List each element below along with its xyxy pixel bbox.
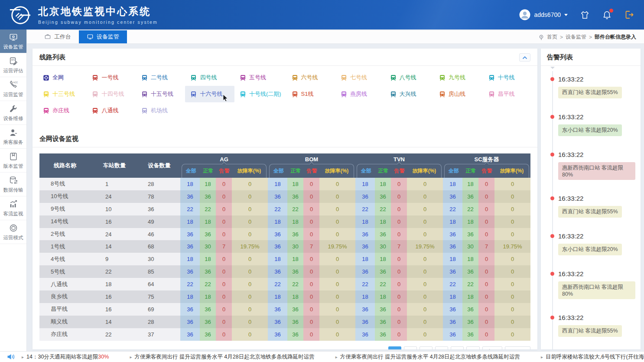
cell-line-name: 5号线 (39, 265, 91, 278)
train-icon (390, 75, 397, 81)
column-header-line-name: 线路名称 (39, 153, 91, 178)
theme-button[interactable] (580, 10, 590, 20)
user-menu[interactable]: adds6700 (519, 9, 568, 20)
line-item[interactable]: 十三号线 (38, 86, 87, 102)
cell-ag-all: 36 (180, 328, 200, 341)
sidebar-item-data-transfer[interactable]: 数据传输 (0, 173, 26, 196)
cell-line-name: 4号线 (39, 253, 91, 265)
breadcrumb-home[interactable]: 首页 (547, 33, 557, 41)
cell-tvn-fault-rate: 19.75% (407, 240, 443, 253)
cell-ag-fault-rate: 0 (232, 290, 268, 303)
collapse-button[interactable] (519, 53, 530, 62)
line-label: 七号线 (350, 74, 367, 82)
ticker-text: 目前呼家楼站客流较大,6号线下行(开往海淀五路居方向)在呼家楼站采取部分在呼家楼… (546, 353, 644, 361)
line-item[interactable]: 八通线 (87, 102, 136, 119)
group-subheader: 全部 正常 告警 故障率(%) (357, 164, 442, 178)
page-button[interactable]: 4 (435, 346, 448, 349)
alert-item[interactable]: 16:33:22 东小口站 客流超限20% (558, 232, 635, 255)
alert-dot-icon (550, 196, 554, 200)
cell-ag-all: 36 (180, 316, 200, 328)
page-button[interactable]: 末页 (482, 346, 502, 349)
cell-sc-all: 36 (443, 265, 462, 278)
cell-tvn-alarm: 7 (391, 240, 407, 253)
alert-item[interactable]: 16:33:22 西直门站 客流超限55% (558, 314, 635, 337)
sidebar-item-device-repair[interactable]: 设备维修 (0, 101, 26, 125)
line-label: 九号线 (449, 74, 465, 82)
page-button[interactable]: ... (466, 346, 480, 349)
cell-device-count: 49 (138, 215, 180, 228)
cell-sc-alarm: 0 (478, 265, 494, 278)
cell-ag-normal: 36 (200, 328, 216, 341)
line-item[interactable]: 昌平线 (483, 86, 532, 102)
line-list-title: 线路列表 (39, 53, 65, 62)
sidebar-item-operation-mode[interactable]: 运营模式 (0, 220, 26, 244)
line-item[interactable]: 十号线 (483, 69, 532, 86)
cell-tvn-all: 36 (355, 190, 375, 203)
page-button[interactable]: 5 (451, 346, 464, 349)
cell-ag-normal: 18 (200, 290, 216, 303)
tab-label: 工作台 (54, 33, 71, 41)
line-item[interactable]: 机场线 (136, 102, 185, 119)
sidebar-item-passenger-service[interactable]: 乘客服务 (0, 125, 26, 149)
cell-tvn-alarm: 0 (391, 328, 407, 341)
line-item[interactable]: 二号线 (136, 69, 185, 86)
breadcrumb-section[interactable]: 设备监管 (566, 33, 586, 41)
group-subheader: 全部 正常 告警 故障率(%) (182, 164, 267, 178)
line-item[interactable]: 四号线 (185, 69, 234, 86)
cell-sc-normal: 36 (462, 228, 478, 241)
alert-badge: 西直门站 客流超限55% (558, 87, 622, 98)
rings-icon (9, 223, 18, 233)
line-item[interactable]: 燕房线 (335, 86, 384, 102)
sidebar-item-operation-evaluation[interactable]: AFC 运营评估 (0, 53, 26, 77)
sidebar-item-passenger-flow-monitor[interactable]: 客流监视 (0, 196, 26, 220)
sidebar-item-version-supervision[interactable]: 版本监管 (0, 149, 26, 173)
device-monitor-header: 全网设备监视 (33, 130, 537, 147)
line-item[interactable]: S1线 (286, 86, 335, 102)
notifications-button[interactable] (602, 10, 612, 20)
page-button[interactable]: 2 (404, 346, 417, 349)
line-item[interactable]: 十六号线 (185, 86, 234, 102)
cell-tvn-fault-rate: 0 (407, 328, 443, 341)
alert-item[interactable]: 16:33:22 西直门站 客流超限55% (558, 195, 635, 218)
line-label: 十四号线 (101, 90, 124, 98)
alert-item[interactable]: 16:33:22 惠新西街南口站 客流超限80% (558, 151, 635, 180)
sidebar-item-device-monitor[interactable]: 设备监管 (0, 29, 26, 53)
line-item[interactable]: 十四号线 (87, 86, 136, 102)
line-item[interactable]: 五号线 (234, 69, 286, 86)
alert-item[interactable]: 16:33:22 惠新西街南口站 客流超限80% (558, 270, 635, 299)
device-table: 线路名称 车站数量 设备数量 AG 全部 正常 告警 故障率(%) BOM 全部 (39, 153, 530, 341)
line-item[interactable]: 一号线 (87, 69, 136, 86)
table-row: 9号线 10 36 22 22 0 0 22 22 0 0 22 22 0 0 … (39, 203, 530, 215)
subheader-normal: 正常 (200, 167, 216, 175)
tab-device-monitor[interactable]: 设备监管 (79, 30, 127, 43)
line-item[interactable]: 七号线 (335, 69, 384, 86)
tab-workbench[interactable]: 工作台 (36, 30, 79, 43)
page-button[interactable]: 下一页 (505, 346, 530, 349)
cell-device-count: 30 (138, 253, 180, 265)
cell-device-count: 68 (138, 240, 180, 253)
subheader-alarm: 告警 (479, 167, 495, 175)
line-item[interactable]: 房山线 (434, 86, 483, 102)
cell-station-count: 10 (91, 203, 138, 215)
alert-item[interactable]: 16:33:22 东小口站 客流超限20% (558, 113, 635, 136)
cell-ag-all: 36 (180, 303, 200, 316)
logout-button[interactable] (624, 10, 634, 20)
column-group-ag: AG 全部 正常 告警 故障率(%) (180, 153, 268, 178)
cell-tvn-normal: 36 (375, 316, 391, 328)
line-item[interactable]: 六号线 (286, 69, 335, 86)
line-item[interactable]: 十五号线 (136, 86, 185, 102)
cell-tvn-fault-rate: 0 (407, 228, 443, 241)
line-item[interactable]: 大兴线 (385, 86, 434, 102)
table-row: 昌平线 16 69 36 36 0 0 36 36 0 0 36 36 0 0 … (39, 303, 530, 316)
page-button[interactable]: 1 (388, 346, 401, 349)
line-item[interactable]: 十号线(二期) (234, 86, 286, 102)
page-button[interactable]: 3 (420, 346, 433, 349)
alert-item[interactable]: 16:33:22 西直门站 客流超限55% (558, 75, 635, 98)
sidebar-item-operation-supervision[interactable]: ACC 运营监管 (0, 77, 26, 101)
alert-time: 16:33:22 (558, 314, 635, 321)
line-item[interactable]: 亦庄线 (38, 102, 87, 119)
line-item[interactable]: 九号线 (434, 69, 483, 86)
line-label: 昌平线 (498, 90, 515, 98)
line-item[interactable]: 八号线 (385, 69, 434, 86)
line-item[interactable]: 全网 (38, 69, 87, 86)
